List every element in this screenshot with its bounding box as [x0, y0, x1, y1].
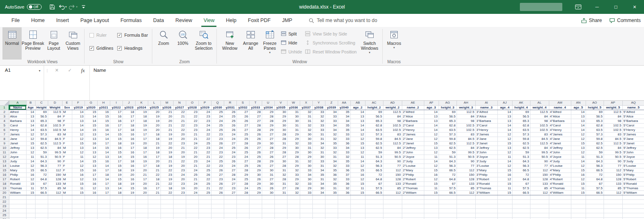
- cell-U26[interactable]: [262, 218, 274, 219]
- cell-AA17[interactable]: 33: [338, 177, 350, 182]
- cell-L22[interactable]: [148, 200, 160, 204]
- cell-L24[interactable]: [148, 209, 160, 213]
- cell-V22[interactable]: [274, 200, 287, 204]
- cell-A23[interactable]: [9, 204, 26, 209]
- cell-AC11[interactable]: 59: [365, 150, 383, 155]
- cell-AN3[interactable]: 13: [571, 115, 586, 119]
- cell-A22[interactable]: [9, 200, 26, 204]
- cell-V24[interactable]: [274, 209, 287, 213]
- cell-AP9[interactable]: 112.5: [604, 142, 622, 146]
- cell-AO7[interactable]: 57.3: [586, 133, 604, 137]
- cell-AF16[interactable]: 16: [424, 173, 439, 177]
- cell-B5[interactable]: 14: [26, 124, 35, 128]
- cell-AG3[interactable]: 56.5: [439, 115, 457, 119]
- cell-O4[interactable]: 22: [186, 119, 198, 124]
- cell-G22[interactable]: [85, 200, 97, 204]
- cell-D11[interactable]: 99.5: [48, 150, 62, 155]
- cell-E21[interactable]: [62, 195, 72, 200]
- cell-B24[interactable]: [26, 209, 35, 213]
- cell-AF7[interactable]: 12: [424, 133, 439, 137]
- cell-V21[interactable]: [274, 195, 287, 200]
- cell-AA5[interactable]: 35: [338, 124, 350, 128]
- cell-AI13[interactable]: 3"Judy: [475, 159, 497, 164]
- column-header-U[interactable]: U: [262, 101, 274, 105]
- cell-AQ25[interactable]: [622, 213, 644, 218]
- cell-AN6[interactable]: 14: [571, 128, 586, 133]
- cell-S2[interactable]: 27: [236, 110, 249, 115]
- cell-H4[interactable]: 15: [97, 119, 110, 124]
- cell-K14[interactable]: 17: [135, 164, 148, 168]
- cell-AD20[interactable]: 112: [383, 191, 402, 195]
- cell-P4[interactable]: 23: [198, 119, 211, 124]
- cell-AJ24[interactable]: [497, 209, 512, 213]
- column-header-A[interactable]: A: [9, 101, 26, 105]
- cell-Z5[interactable]: 34: [325, 124, 338, 128]
- cell-AK26[interactable]: [512, 218, 530, 219]
- cell-X23[interactable]: [300, 204, 312, 209]
- cell-AA1[interactable]: y2040: [338, 105, 350, 110]
- enter-entry-button[interactable]: ✓: [63, 68, 76, 73]
- sheet-table[interactable]: ABCDEFGHIJKLMNOPQRSTUVWXYZAAABACADAEAFAG…: [0, 101, 644, 219]
- cell-J8[interactable]: 16: [123, 137, 135, 142]
- cell-Q18[interactable]: 26: [211, 182, 224, 186]
- cell-A24[interactable]: [9, 209, 26, 213]
- cell-V25[interactable]: [274, 213, 287, 218]
- cell-N23[interactable]: [173, 204, 186, 209]
- cell-M13[interactable]: 21: [160, 159, 173, 164]
- cell-AI10[interactable]: 3"Jeffrey: [475, 146, 497, 150]
- headings-checkbox[interactable]: ✓ Headings: [117, 46, 148, 51]
- cell-AJ11[interactable]: 12: [497, 150, 512, 155]
- column-header-AB[interactable]: AB: [350, 101, 365, 105]
- cell-AN12[interactable]: 11: [571, 155, 586, 159]
- cell-AB1[interactable]: age_2: [350, 105, 365, 110]
- cell-J14[interactable]: 16: [123, 164, 135, 168]
- cell-I6[interactable]: 17: [110, 128, 123, 133]
- cell-U23[interactable]: [262, 204, 274, 209]
- cell-C21[interactable]: [35, 195, 48, 200]
- cell-AH12[interactable]: 50.5: [457, 155, 475, 159]
- cell-AM21[interactable]: [549, 195, 571, 200]
- cell-C11[interactable]: 59: [35, 150, 48, 155]
- cell-AG13[interactable]: 64.3: [439, 159, 457, 164]
- column-header-AE[interactable]: AE: [402, 101, 424, 105]
- cell-AQ21[interactable]: [622, 195, 644, 200]
- cell-W13[interactable]: 31: [287, 159, 300, 164]
- cell-X1[interactable]: y2037: [300, 105, 312, 110]
- cell-D14[interactable]: 77: [48, 164, 62, 168]
- cell-P21[interactable]: [198, 195, 211, 200]
- cell-H17[interactable]: 14: [97, 177, 110, 182]
- cell-AO17[interactable]: 64.8: [586, 177, 604, 182]
- cell-AQ17[interactable]: 5"Robert: [622, 177, 644, 182]
- cell-E4[interactable]: F: [62, 119, 72, 124]
- cell-R6[interactable]: 26: [224, 128, 236, 133]
- cell-AM4[interactable]: 4"Barbara: [549, 119, 571, 124]
- cell-AA20[interactable]: 36: [338, 191, 350, 195]
- cell-F20[interactable]: 15: [72, 191, 85, 195]
- cell-L6[interactable]: 20: [148, 128, 160, 133]
- cell-AC8[interactable]: 59.8: [365, 137, 383, 142]
- cell-V16[interactable]: 32: [274, 173, 287, 177]
- column-header-M[interactable]: M: [160, 101, 173, 105]
- cell-J22[interactable]: [123, 200, 135, 204]
- cell-K3[interactable]: 18: [135, 115, 148, 119]
- cell-W17[interactable]: 29: [287, 177, 300, 182]
- cell-AE1[interactable]: name_2: [402, 105, 424, 110]
- cell-AI11[interactable]: 3"John: [475, 150, 497, 155]
- cell-F19[interactable]: 11: [72, 186, 85, 191]
- cell-AJ4[interactable]: 13: [497, 119, 512, 124]
- cell-AQ10[interactable]: 5"Jeffrey: [622, 146, 644, 150]
- cell-A18[interactable]: Ronald: [9, 182, 26, 186]
- cell-H8[interactable]: 14: [97, 137, 110, 142]
- cell-G1[interactable]: y2020: [85, 105, 97, 110]
- cell-J7[interactable]: 16: [123, 133, 135, 137]
- cell-AN7[interactable]: 12: [571, 133, 586, 137]
- cell-C12[interactable]: 51.3: [35, 155, 48, 159]
- cell-M11[interactable]: 19: [160, 150, 173, 155]
- cell-A3[interactable]: Alice: [9, 115, 26, 119]
- cell-U10[interactable]: 28: [262, 146, 274, 150]
- cell-D21[interactable]: [48, 195, 62, 200]
- tab-formulas[interactable]: Formulas: [115, 14, 147, 27]
- cell-Z21[interactable]: [325, 195, 338, 200]
- cell-L9[interactable]: 21: [148, 142, 160, 146]
- cell-B16[interactable]: 16: [26, 173, 35, 177]
